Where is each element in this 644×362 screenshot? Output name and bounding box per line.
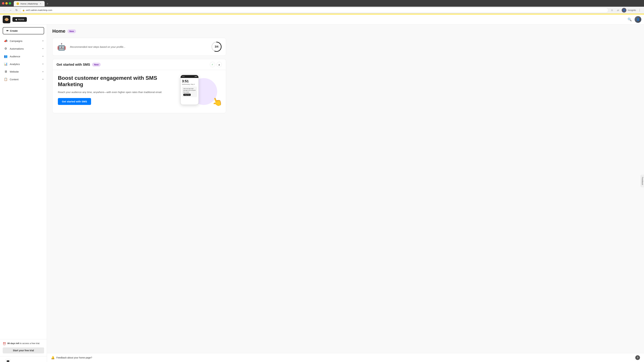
url-text: us21.admin.mailchimp.com [26, 9, 52, 11]
forward-button[interactable]: → [8, 8, 13, 12]
window-minimize-button[interactable] [5, 2, 8, 4]
sidebar-item-content[interactable]: 📋 Content ▾ [0, 75, 47, 83]
side-panel-button[interactable]: ▱ [616, 8, 620, 12]
check-icon: ✓ [212, 63, 214, 66]
sidebar-item-automations[interactable]: ⚙ Automations ▾ [0, 45, 47, 52]
content-icon: 📋 [3, 77, 8, 81]
content-inner: Home New 🤖 Recommended next steps based … [47, 24, 232, 117]
window-maximize-button[interactable] [9, 2, 11, 4]
content-chevron: ▾ [42, 78, 44, 80]
website-icon: 🖥 [3, 70, 8, 73]
new-badge: New [68, 29, 76, 33]
tab-bar: 🐵 Home | Mailchimp × + [12, 0, 642, 6]
phone-signal: ●●● [195, 76, 197, 77]
progress-ring: 3/4 [211, 41, 222, 52]
more-menu-button[interactable]: ⋮ [637, 8, 642, 12]
website-label: Website [10, 70, 42, 73]
feedback-tab-label: Feedback [642, 177, 644, 185]
address-bar-row: ← → ↻ 🔒 us21.admin.mailchimp.com ☆ ▱ 👤 I… [0, 7, 644, 14]
search-button[interactable]: 🔍 [626, 16, 632, 22]
sms-headline: Boost customer engagement with SMS Marke… [58, 75, 174, 88]
sidebar-item-campaigns[interactable]: 📣 Campaigns ▾ [0, 37, 47, 45]
trial-days: 86 days left [8, 342, 19, 345]
avatar-icon: 👤 [636, 18, 640, 21]
sms-section: Get started with SMS New ✓ ▲ Boost custo… [52, 59, 226, 113]
audience-label: Audience [10, 55, 42, 58]
audience-chevron: ▾ [42, 55, 44, 57]
active-tab[interactable]: 🐵 Home | Mailchimp × [14, 1, 44, 6]
create-icon: ✏ [6, 29, 8, 32]
tab-close-button[interactable]: × [39, 2, 42, 5]
window-close-button[interactable] [2, 2, 4, 4]
sidebar-item-analytics[interactable]: 📊 Analytics ▾ [0, 60, 47, 68]
sms-collapse-button[interactable]: ▲ [216, 62, 222, 67]
mailchimp-logo: 🐵 [3, 15, 10, 23]
page-title: Home [52, 28, 66, 34]
sms-body: Boost customer engagement with SMS Marke… [52, 70, 226, 113]
sidebar-item-audience[interactable]: 👥 Audience ▾ [0, 52, 47, 60]
reload-button[interactable]: ↻ [14, 8, 19, 12]
sms-illustration: 9:41 ●●● 3:51 Wednesday, May 6 Join our … [180, 75, 220, 108]
logo-icon: 🐵 [4, 17, 9, 22]
campaigns-label: Campaigns [10, 39, 42, 42]
home-nav-label: Home [18, 18, 24, 21]
sms-check-button[interactable]: ✓ [210, 62, 215, 67]
progress-label: 3/4 [215, 45, 218, 48]
recommended-section: 🤖 Recommended next steps based on your p… [52, 38, 226, 56]
phone-time-small: 9:41 [182, 76, 185, 77]
phone-time: 3:51 [182, 79, 197, 83]
create-label: Create [10, 29, 18, 32]
sms-new-badge: New [92, 63, 100, 66]
start-trial-button[interactable]: Start your free trial [3, 348, 44, 354]
browser-window: 🐵 Home | Mailchimp × + ← → ↻ 🔒 us21.admi… [0, 0, 644, 14]
app-topbar: 🐵 ◀ Home 🔍 👤 [0, 14, 644, 24]
phone-content: 3:51 Wednesday, May 6 Join our text club… [180, 78, 198, 98]
feedback-help-button[interactable]: ? [635, 355, 640, 360]
website-chevron: ▾ [42, 70, 44, 73]
bookmark-button[interactable]: ☆ [610, 8, 614, 12]
profile-button[interactable]: 👤 [622, 8, 626, 12]
incognito-label: Incognito [628, 9, 636, 11]
back-button[interactable]: ← [2, 8, 7, 12]
campaigns-icon: 📣 [3, 39, 8, 43]
feedback-tab[interactable]: Feedback [641, 175, 644, 187]
phone-date: Wednesday, May 6 [182, 83, 197, 85]
profile-icon: 👤 [623, 9, 625, 11]
illustration-icon: 🤖 [57, 43, 66, 51]
collapse-icon: ⬛ [6, 360, 10, 362]
sidebar-nav: 📣 Campaigns ▾ ⚙ Automations ▾ 👥 Audience… [0, 37, 47, 188]
tab-favicon: 🐵 [16, 2, 19, 5]
analytics-icon: 📊 [3, 62, 8, 66]
sms-cta-button[interactable]: Get started with SMS [58, 98, 91, 105]
home-back-icon: ◀ [15, 18, 17, 21]
user-avatar[interactable]: 👤 [634, 16, 641, 23]
feedback-text: Feedback about your home page? [56, 356, 92, 359]
address-bar[interactable]: 🔒 us21.admin.mailchimp.com [20, 8, 608, 13]
automations-chevron: ▾ [42, 47, 44, 50]
analytics-label: Analytics [10, 63, 42, 65]
feedback-bar: 🔔 Feedback about your home page? ? [47, 353, 644, 362]
lock-icon: 🔒 [22, 9, 25, 11]
recommended-illustration: 🤖 [56, 42, 66, 52]
tab-title: Home | Mailchimp [20, 2, 38, 5]
notification-text: Join our text club and get 10% off your … [183, 88, 196, 93]
automations-label: Automations [10, 47, 42, 50]
sidebar-item-website[interactable]: 🖥 Website ▾ [0, 68, 47, 75]
sms-header-actions: ✓ ▲ [210, 62, 222, 67]
phone-mockup: 9:41 ●●● 3:51 Wednesday, May 6 Join our … [180, 75, 199, 105]
feedback-icon: 🔔 [51, 356, 55, 360]
phone-shop-button[interactable]: Shop Now [183, 94, 191, 96]
sidebar-collapse-button[interactable]: ⬛ [5, 359, 10, 362]
app-layout: ✏ Create 📣 Campaigns ▾ ⚙ Automations ▾ 👥… [0, 24, 644, 362]
create-button[interactable]: ✏ Create [3, 27, 44, 34]
new-tab-button[interactable]: + [45, 1, 50, 6]
audience-icon: 👥 [3, 54, 8, 58]
chevron-up-icon: ▲ [218, 63, 220, 66]
window-controls [2, 2, 11, 4]
home-nav-button[interactable]: ◀ Home [12, 17, 27, 22]
automations-icon: ⚙ [3, 47, 8, 50]
sms-description: Reach your audience any time, anywhere—w… [58, 90, 174, 94]
main-content: Home New 🤖 Recommended next steps based … [47, 24, 644, 362]
sms-header: Get started with SMS New ✓ ▲ [52, 59, 226, 70]
analytics-chevron: ▾ [42, 63, 44, 65]
